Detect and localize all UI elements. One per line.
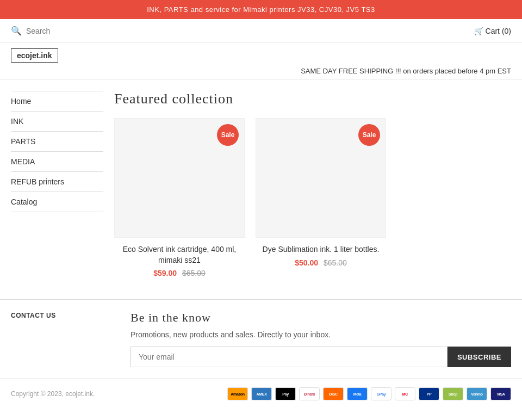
sidebar-link-refub[interactable]: REFUB printers <box>11 177 64 186</box>
sidebar-item-catalog[interactable]: Catalog <box>11 192 103 212</box>
payment-icon-meta: Meta <box>347 387 368 400</box>
product-grid: Sale Eco Solvent ink cartridge, 400 ml, … <box>114 118 511 277</box>
contact-us-link[interactable]: CONTACT US <box>11 312 56 319</box>
sidebar-nav: Home INK PARTS MEDIA REFUB printers Cata… <box>11 91 103 212</box>
sidebar-link-home[interactable]: Home <box>11 97 31 106</box>
header: 🔍 🛒 Cart (0) <box>0 19 522 43</box>
price-original-2: $65.00 <box>324 258 347 267</box>
top-banner: INK, PARTS and service for Mimaki printe… <box>0 0 522 19</box>
logo-link[interactable]: ecojet.ink <box>11 51 58 60</box>
search-input[interactable] <box>26 27 135 35</box>
sidebar-item-media[interactable]: MEDIA <box>11 151 103 171</box>
payment-icon-discover: DISC <box>323 387 344 400</box>
featured-title: Featured collection <box>114 91 511 107</box>
sidebar-item-home[interactable]: Home <box>11 91 103 111</box>
sale-badge-1: Sale <box>217 124 239 146</box>
logo: ecojet.ink <box>11 48 58 63</box>
cart-link[interactable]: 🛒 Cart (0) <box>474 27 511 35</box>
footer-newsletter: Be in the know Promotions, new products … <box>130 311 511 367</box>
sale-badge-2: Sale <box>358 124 380 146</box>
newsletter-form: SUBSCRIBE <box>130 347 511 367</box>
price-original-1: $65.00 <box>182 269 206 277</box>
price-sale-1: $59.00 <box>153 269 177 277</box>
price-sale-2: $50.00 <box>295 258 318 267</box>
payment-icon-googlepay: GPay <box>371 387 391 400</box>
product-image-1: Sale <box>114 118 245 238</box>
cart-label: Cart (0) <box>486 27 511 35</box>
payment-icon-diners: Diners <box>299 387 320 400</box>
footer-bottom: Copyright © 2023, ecojet.ink. Amazon AME… <box>0 378 522 409</box>
newsletter-title: Be in the know <box>130 311 511 325</box>
footer-layout: CONTACT US Be in the know Promotions, ne… <box>0 300 522 378</box>
product-prices-1: $59.00 $65.00 <box>114 269 245 277</box>
product-prices-2: $50.00 $65.00 <box>256 258 386 267</box>
payment-icon-venmo: Venmo <box>467 387 487 400</box>
product-image-2: Sale <box>256 118 386 238</box>
payment-icon-amex: AMEX <box>251 387 272 400</box>
payment-icon-paypal: PP <box>419 387 439 400</box>
copyright: Copyright © 2023, ecojet.ink. <box>11 390 95 398</box>
sidebar-link-parts[interactable]: PARTS <box>11 137 35 146</box>
sidebar-item-parts[interactable]: PARTS <box>11 131 103 151</box>
footer-left: CONTACT US <box>11 311 120 367</box>
sidebar-link-catalog[interactable]: Catalog <box>11 197 37 206</box>
search-icon: 🔍 <box>11 26 22 36</box>
shipping-bar: SAME DAY FREE SHIPPING !!! on orders pla… <box>0 63 522 80</box>
product-name-2: Dye Sublimation ink. 1 liter bottles. <box>256 244 386 255</box>
payment-icon-shoppay: Shop <box>443 387 463 400</box>
sidebar-link-ink[interactable]: INK <box>11 117 23 126</box>
banner-text: INK, PARTS and service for Mimaki printe… <box>147 5 375 14</box>
cart-icon: 🛒 <box>474 27 483 35</box>
email-input[interactable] <box>130 347 448 367</box>
sidebar: Home INK PARTS MEDIA REFUB printers Cata… <box>11 91 103 277</box>
search-form: 🔍 <box>11 26 474 36</box>
payment-icon-applepay: Pay <box>275 387 296 400</box>
sidebar-item-ink[interactable]: INK <box>11 111 103 131</box>
sidebar-item-refub[interactable]: REFUB printers <box>11 171 103 192</box>
payment-icon-amazon: Amazon <box>227 387 248 400</box>
sidebar-link-media[interactable]: MEDIA <box>11 157 35 166</box>
newsletter-description: Promotions, new products and sales. Dire… <box>130 330 511 339</box>
product-card-1[interactable]: Sale Eco Solvent ink cartridge, 400 ml, … <box>114 118 245 277</box>
logo-bar: ecojet.ink <box>0 43 522 63</box>
payment-icon-mastercard: MC <box>395 387 415 400</box>
content: Featured collection Sale Eco Solvent ink… <box>114 91 511 277</box>
payment-icon-visa: VISA <box>490 387 511 400</box>
payment-icons: Amazon AMEX Pay Diners DISC Meta GPay MC… <box>227 387 511 400</box>
subscribe-button[interactable]: SUBSCRIBE <box>448 347 511 367</box>
product-name-1: Eco Solvent ink cartridge, 400 ml, mimak… <box>114 244 245 265</box>
product-card-2[interactable]: Sale Dye Sublimation ink. 1 liter bottle… <box>256 118 386 277</box>
main-layout: Home INK PARTS MEDIA REFUB printers Cata… <box>0 80 522 288</box>
